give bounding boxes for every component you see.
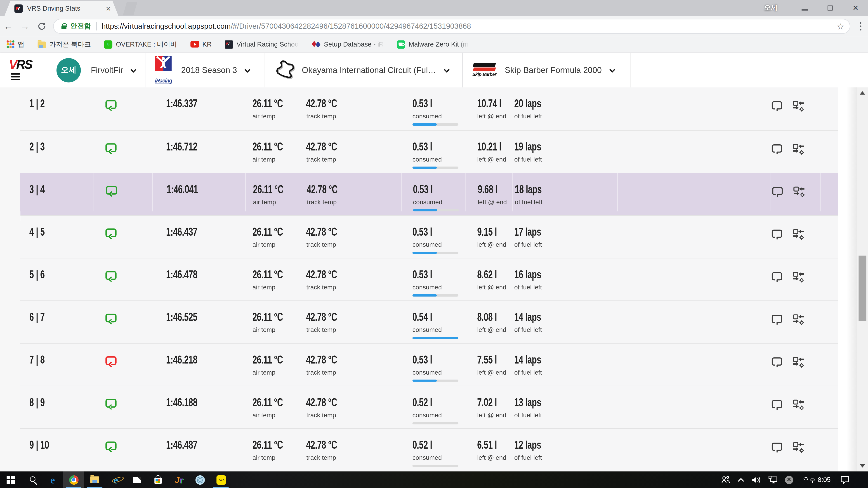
chrome-profile-badge[interactable]: 오세 xyxy=(764,3,778,13)
bookmark-star-icon[interactable]: ☆ xyxy=(837,22,844,32)
security-label[interactable]: 안전함 xyxy=(70,22,91,31)
lap-outline-icon[interactable] xyxy=(771,442,783,467)
compare-lap-icon[interactable] xyxy=(793,271,804,297)
lap-row[interactable]: 2 | 3 1:46.712 26.11 °C air temp 42.78 °… xyxy=(20,130,838,173)
fuel-consumed-bar xyxy=(412,337,458,339)
stint-lap-table: 1 | 2 1:46.337 26.11 °C air temp 42.78 °… xyxy=(0,88,868,471)
minimize-button[interactable] xyxy=(792,0,817,16)
people-icon[interactable] xyxy=(721,476,730,484)
air-temp: 26.11 °C air temp xyxy=(252,268,295,297)
fuel-consumed-bar xyxy=(412,422,458,424)
track-select[interactable]: Okayama International Circuit (Ful… xyxy=(302,65,450,75)
back-button[interactable]: ← xyxy=(0,21,17,32)
address-bar[interactable]: 안전함 https://virtualracingschool.appspot.… xyxy=(53,19,850,34)
new-tab-button[interactable] xyxy=(123,2,137,15)
action-center-icon[interactable] xyxy=(840,476,849,484)
laps-of-fuel-left: 16 laps of fuel left xyxy=(512,258,617,297)
lap-outline-icon[interactable] xyxy=(771,356,783,382)
lap-outline-icon[interactable] xyxy=(771,100,783,126)
lap-row[interactable]: 6 | 7 1:46.525 26.11 °C air temp 42.78 °… xyxy=(20,300,838,343)
compare-lap-icon[interactable] xyxy=(793,100,804,126)
forward-button[interactable]: → xyxy=(17,21,33,32)
volume-icon[interactable] xyxy=(752,476,761,483)
track-map-icon xyxy=(274,59,296,81)
air-temp: 26.11 °C air temp xyxy=(252,396,295,424)
lap-row[interactable]: 5 | 6 1:46.478 26.11 °C air temp 42.78 °… xyxy=(20,258,838,300)
browser-tab[interactable]: VRS Driving Stats × xyxy=(4,0,119,16)
lap-outline-icon[interactable] xyxy=(771,186,784,212)
compare-lap-icon[interactable] xyxy=(793,356,804,382)
bookmark-overtake[interactable]: b OVERTAKE : 네이버 xyxy=(104,39,177,49)
chrome-icon[interactable] xyxy=(63,471,84,488)
lap-row[interactable]: 1 | 2 1:46.337 26.11 °C air temp 42.78 °… xyxy=(20,88,838,130)
chevron-down-icon xyxy=(609,68,616,73)
lap-outline-icon[interactable] xyxy=(771,314,783,339)
lap-outline-icon[interactable] xyxy=(771,271,783,297)
bookmark-malware-zero[interactable]: Malware Zero Kit (m xyxy=(397,40,468,48)
scroll-down-icon[interactable] xyxy=(860,464,865,468)
bookmark-imported[interactable]: 가져온 북마크 xyxy=(38,39,91,49)
lap-outline-icon[interactable] xyxy=(771,399,783,424)
internet-explorer-icon[interactable]: e xyxy=(105,471,126,488)
track-temp: 42.78 °C track temp xyxy=(306,225,349,254)
lap-row[interactable]: 7 | 8 1:46.218 26.11 °C air temp 42.78 °… xyxy=(20,343,838,386)
jr-app-icon[interactable]: Jr xyxy=(168,471,189,488)
compare-lap-icon[interactable] xyxy=(793,399,804,424)
tab-close-icon[interactable]: × xyxy=(106,4,111,12)
bookmark-virtual-racing-school[interactable]: Virtual Racing Schoo xyxy=(225,40,298,48)
kakaotalk-icon[interactable]: TALK xyxy=(211,471,231,488)
network-icon[interactable] xyxy=(768,476,778,484)
compare-lap-icon[interactable] xyxy=(793,314,804,339)
secure-lock-icon[interactable] xyxy=(61,26,66,29)
restore-button[interactable] xyxy=(817,0,843,16)
lap-outline-icon[interactable] xyxy=(771,228,783,254)
chrome-menu-icon[interactable] xyxy=(852,22,868,30)
fuel-consumed-bar xyxy=(412,379,458,382)
fuel-consumed: 0.53 l consumed xyxy=(401,216,465,254)
driver-select[interactable]: FirvoltFir xyxy=(91,65,137,75)
mail-icon[interactable] xyxy=(126,471,147,488)
driver-avatar[interactable]: 오세 xyxy=(57,58,81,82)
show-desktop-button[interactable] xyxy=(860,471,863,488)
lap-valid-icon xyxy=(104,313,118,325)
search-button[interactable] xyxy=(21,471,42,488)
scrollbar-thumb[interactable] xyxy=(859,256,866,321)
vrs-logo[interactable]: VRS xyxy=(9,58,43,71)
season-select[interactable]: 2018 Season 3 xyxy=(181,65,251,75)
refresh-button[interactable] xyxy=(33,22,50,31)
lap-valid-icon xyxy=(104,142,118,154)
vertical-scrollbar[interactable] xyxy=(857,88,868,471)
compare-lap-icon[interactable] xyxy=(793,143,804,169)
lap-row[interactable]: 4 | 5 1:46.437 26.11 °C air temp 42.78 °… xyxy=(20,215,838,258)
close-button[interactable]: × xyxy=(843,0,868,16)
lap-pair: 8 | 9 xyxy=(29,396,45,409)
car-select[interactable]: Skip Barber Formula 2000 xyxy=(505,65,616,75)
url-text[interactable]: https://virtualracingschool.appspot.com/… xyxy=(101,22,843,31)
clock[interactable]: 오후 8:05 xyxy=(803,475,831,484)
youtube-icon xyxy=(190,41,199,47)
lap-pair: 7 | 8 xyxy=(29,353,45,366)
browser-window: VRS Driving Stats × 오세 × ← → 안전함 https:/… xyxy=(0,0,868,488)
store-icon[interactable] xyxy=(147,471,168,488)
lap-row[interactable]: 9 | 10 1:46.487 26.11 °C air temp 42.78 … xyxy=(20,428,838,471)
compare-lap-icon[interactable] xyxy=(793,442,804,467)
compare-lap-icon[interactable] xyxy=(793,186,805,212)
lap-outline-icon[interactable] xyxy=(771,143,783,169)
menu-hamburger-icon[interactable] xyxy=(11,73,20,80)
bookmark-kr[interactable]: KR xyxy=(190,40,212,48)
bookmark-setup-database[interactable]: Setup Database - iR xyxy=(312,40,384,48)
atom-app-icon[interactable] xyxy=(189,471,211,488)
compare-lap-icon[interactable] xyxy=(793,228,804,254)
file-explorer-icon[interactable] xyxy=(84,471,105,488)
edge-icon[interactable]: e xyxy=(42,471,63,488)
start-button[interactable] xyxy=(0,471,21,488)
fuel-left: 7.02 l left @ end xyxy=(465,386,512,424)
bookmark-apps[interactable]: 앱 xyxy=(6,39,24,49)
lap-pair: 2 | 3 xyxy=(29,140,45,153)
lap-row[interactable]: 8 | 9 1:46.188 26.11 °C air temp 42.78 °… xyxy=(20,386,838,428)
status-x-icon[interactable]: ✕ xyxy=(785,476,793,484)
scroll-up-icon[interactable] xyxy=(860,91,865,95)
laps-of-fuel-left: 17 laps of fuel left xyxy=(512,216,617,254)
lap-row[interactable]: 3 | 4 1:46.041 26.11 °C air temp 42.78 °… xyxy=(20,173,838,215)
tray-expand-chevron-icon[interactable] xyxy=(737,477,745,482)
